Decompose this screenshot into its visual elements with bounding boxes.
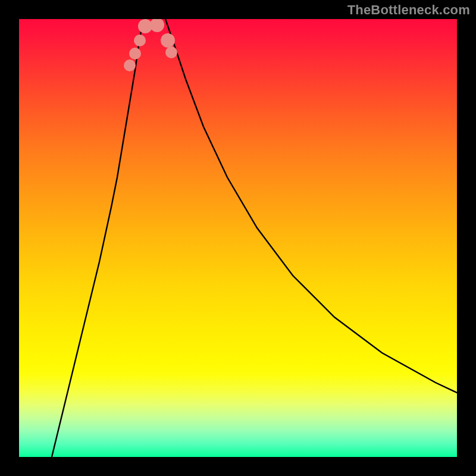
pink-blob <box>150 19 164 32</box>
pink-blob <box>129 48 141 60</box>
pink-markers <box>124 19 177 71</box>
plot-area <box>19 19 457 457</box>
pink-blob <box>165 46 177 58</box>
watermark-text: TheBottleneck.com <box>347 2 470 18</box>
chart-frame: TheBottleneck.com <box>0 0 476 476</box>
pink-blob <box>124 60 136 71</box>
bottleneck-right <box>165 19 457 393</box>
bottleneck-left <box>52 19 144 457</box>
bottleneck-curves <box>52 19 457 457</box>
pink-blob <box>161 33 175 48</box>
curve-layer <box>19 19 457 457</box>
pink-blob <box>134 35 146 46</box>
